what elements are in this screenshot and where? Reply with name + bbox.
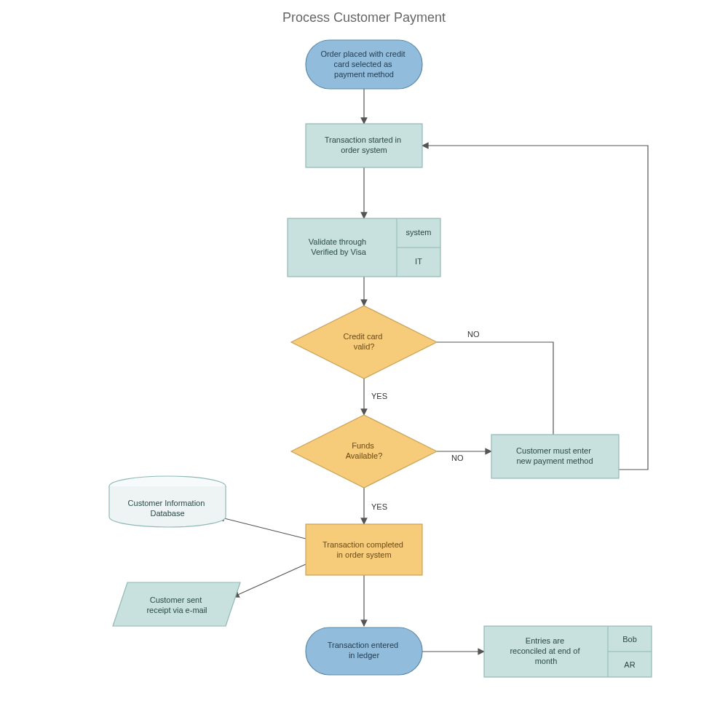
node-txndone-line1: Transaction completed: [323, 540, 403, 549]
node-reconcile-line1: Entries are: [526, 636, 564, 645]
node-ledger: Transaction entered in ledger: [306, 628, 422, 675]
node-txnstart-line1: Transaction started in: [325, 135, 401, 144]
node-ccvalid-line1: Credit card: [344, 332, 383, 341]
label-funds-no: NO: [451, 454, 464, 462]
node-db-line1: Customer Information: [128, 499, 205, 507]
edge-txndone-to-receipt: [233, 564, 306, 597]
node-txn-start: Transaction started in order system: [306, 124, 422, 167]
label-funds-yes: YES: [371, 502, 387, 511]
node-receipt-line2: receipt via e-mail: [146, 606, 207, 614]
node-newpay-line1: Customer must enter: [516, 446, 591, 455]
node-start-line3: payment method: [334, 70, 394, 79]
node-txndone-line2: in order system: [336, 550, 391, 559]
edge-newpay-loopback: [422, 146, 648, 470]
node-funds-line1: Funds: [352, 441, 374, 450]
node-database: Customer Information Database: [109, 476, 226, 527]
node-reconcile-line3: month: [535, 657, 558, 665]
node-txnstart-line2: order system: [341, 146, 387, 154]
edge-txndone-to-db: [218, 517, 306, 539]
label-ccvalid-yes: YES: [371, 392, 387, 400]
node-funds-line2: Available?: [346, 451, 383, 460]
node-receipt: Customer sent receipt via e-mail: [113, 582, 240, 626]
node-ledger-line2: in ledger: [349, 651, 380, 660]
node-newpay-line2: new payment method: [516, 456, 593, 465]
node-reconcile: Entries are reconciled at end of month B…: [484, 626, 652, 677]
node-start-line1: Order placed with credit: [320, 50, 405, 58]
node-reconcile-line2: reconciled at end of: [510, 646, 580, 655]
label-ccvalid-no: NO: [467, 330, 480, 339]
node-validate-line2: Verified by Visa: [311, 248, 367, 256]
svg-rect-14: [306, 524, 422, 575]
node-ledger-line1: Transaction entered: [328, 641, 398, 649]
node-funds: Funds Available?: [291, 415, 437, 488]
node-cc-valid: Credit card valid?: [291, 306, 437, 379]
svg-marker-17: [113, 582, 240, 626]
node-validate-tag1: system: [406, 228, 432, 237]
diagram-title: Process Customer Payment: [282, 10, 446, 25]
node-validate: Validate through Verified by Visa system…: [288, 218, 440, 277]
node-start-line2: card selected as: [333, 60, 392, 68]
node-receipt-line1: Customer sent: [150, 596, 202, 604]
node-reconcile-tag2: AR: [624, 660, 635, 669]
node-reconcile-tag1: Bob: [622, 635, 637, 644]
node-start: Order placed with credit card selected a…: [306, 40, 422, 89]
node-db-line2: Database: [150, 509, 184, 518]
node-ccvalid-line2: valid?: [354, 342, 375, 351]
flowchart-canvas: Process Customer Payment YES NO NO YES O…: [0, 0, 728, 728]
node-validate-tag2: IT: [415, 257, 422, 266]
node-txn-done: Transaction completed in order system: [306, 524, 422, 575]
node-new-payment: Customer must enter new payment method: [491, 435, 619, 478]
node-validate-line1: Validate through: [309, 237, 366, 246]
